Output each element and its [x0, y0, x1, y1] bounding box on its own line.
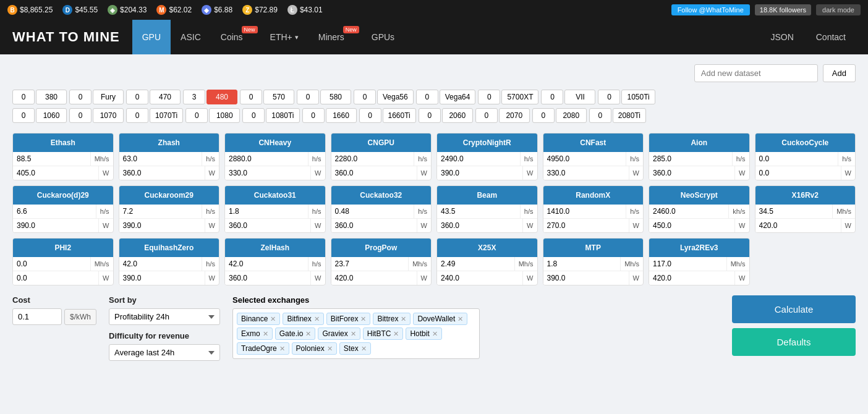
algo-power-input[interactable]: [649, 271, 735, 285]
algo-hashrate-input[interactable]: [119, 152, 203, 166]
exchange-remove-button[interactable]: ✕: [305, 330, 311, 338]
algo-hashrate-input[interactable]: [13, 205, 96, 218]
algo-hashrate-input[interactable]: [225, 205, 308, 218]
gpu-count-input[interactable]: [359, 108, 381, 123]
gpu-count-input[interactable]: [598, 90, 620, 104]
algo-power-input[interactable]: [13, 271, 99, 285]
gpu-count-input[interactable]: [416, 90, 438, 104]
gpu-count-input[interactable]: [419, 108, 441, 123]
algo-hashrate-input[interactable]: [331, 152, 415, 166]
nav-asic[interactable]: ASIC: [171, 20, 211, 54]
algo-hashrate-input[interactable]: [119, 205, 203, 218]
algo-hashrate-input[interactable]: [543, 205, 627, 218]
nav-coins[interactable]: Coins New: [211, 20, 260, 54]
gpu-count-input[interactable]: [183, 90, 205, 104]
algo-hashrate-input[interactable]: [437, 205, 521, 218]
gpu-count-input[interactable]: [126, 90, 148, 104]
algo-power-input[interactable]: [755, 166, 841, 180]
algo-hashrate-input[interactable]: [331, 257, 409, 271]
exchange-remove-button[interactable]: ✕: [361, 345, 367, 353]
algo-header[interactable]: CuckooCycle: [755, 133, 856, 152]
algo-hashrate-input[interactable]: [225, 152, 308, 166]
add-dataset-button[interactable]: Add: [823, 64, 856, 82]
gpu-count-input[interactable]: [541, 90, 563, 104]
gpu-count-input[interactable]: [240, 90, 262, 104]
gpu-count-input[interactable]: [297, 90, 319, 104]
algo-hashrate-input[interactable]: [437, 152, 521, 166]
algo-hashrate-input[interactable]: [331, 205, 415, 218]
exchange-remove-button[interactable]: ✕: [393, 330, 399, 338]
nav-miners[interactable]: Miners New: [308, 20, 362, 54]
algo-header[interactable]: CryptoNightR: [437, 133, 537, 152]
algo-header[interactable]: X16Rv2: [755, 186, 856, 205]
algo-hashrate-input[interactable]: [755, 205, 833, 218]
algo-hashrate-input[interactable]: [649, 205, 729, 218]
defaults-button[interactable]: Defaults: [732, 328, 856, 356]
algo-header[interactable]: Ethash: [13, 133, 113, 152]
algo-power-input[interactable]: [755, 219, 841, 232]
algo-power-input[interactable]: [119, 166, 205, 180]
cost-input[interactable]: [12, 308, 62, 325]
gpu-count-input[interactable]: [12, 90, 35, 104]
algo-power-input[interactable]: [13, 219, 99, 232]
algo-header[interactable]: Beam: [437, 186, 537, 205]
algo-power-input[interactable]: [649, 166, 735, 180]
algo-header[interactable]: Cuckaroo(d)29: [13, 186, 113, 205]
dataset-input[interactable]: [694, 64, 818, 82]
gpu-count-input[interactable]: [532, 108, 555, 123]
algo-power-input[interactable]: [543, 219, 629, 232]
algo-power-input[interactable]: [225, 166, 311, 180]
exchange-remove-button[interactable]: ✕: [263, 330, 268, 338]
gpu-count-input[interactable]: [354, 90, 376, 104]
algo-hashrate-input[interactable]: [543, 257, 621, 271]
algo-power-input[interactable]: [331, 219, 417, 232]
algo-header[interactable]: NeoScrypt: [649, 186, 749, 205]
algo-header[interactable]: MTP: [543, 239, 644, 257]
algo-hashrate-input[interactable]: [119, 257, 203, 271]
algo-header[interactable]: ProgPow: [331, 239, 432, 257]
darkmode-button[interactable]: dark mode: [816, 4, 861, 15]
nav-json[interactable]: JSON: [760, 20, 803, 54]
algo-power-input[interactable]: [437, 166, 523, 180]
algo-header[interactable]: PHI2: [13, 239, 113, 257]
algo-hashrate-input[interactable]: [755, 152, 839, 166]
algo-hashrate-input[interactable]: [543, 152, 627, 166]
algo-power-input[interactable]: [13, 166, 99, 180]
algo-header[interactable]: Cuckaroom29: [119, 186, 219, 205]
gpu-count-input[interactable]: [242, 108, 265, 123]
gpu-count-input[interactable]: [475, 108, 498, 123]
algo-header[interactable]: RandomX: [543, 186, 644, 205]
algo-power-input[interactable]: [649, 219, 735, 232]
algo-power-input[interactable]: [225, 219, 311, 232]
gpu-count-input[interactable]: [185, 108, 208, 123]
algo-power-input[interactable]: [437, 219, 523, 232]
algo-header[interactable]: EquihashZero: [119, 239, 219, 257]
algo-hashrate-input[interactable]: [437, 257, 515, 271]
nav-eth-plus[interactable]: ETH+ ▾: [260, 20, 308, 54]
gpu-count-input[interactable]: [126, 108, 148, 123]
algo-header[interactable]: CNGPU: [331, 133, 432, 152]
algo-header[interactable]: Zhash: [119, 133, 219, 152]
nav-contact[interactable]: Contact: [806, 20, 856, 54]
algo-hashrate-input[interactable]: [225, 257, 308, 271]
gpu-count-input[interactable]: [69, 108, 91, 123]
nav-gpus[interactable]: GPUs: [362, 20, 404, 54]
algo-header[interactable]: CNHeavy: [225, 133, 325, 152]
sortby-select[interactable]: Profitability 24hProfitability 1hRevenue…: [109, 308, 220, 325]
calculate-button[interactable]: Calculate: [732, 295, 856, 323]
algo-hashrate-input[interactable]: [13, 152, 91, 166]
exchange-remove-button[interactable]: ✕: [279, 345, 285, 353]
algo-power-input[interactable]: [119, 271, 205, 285]
exchange-remove-button[interactable]: ✕: [314, 315, 320, 323]
gpu-count-input[interactable]: [589, 108, 611, 123]
algo-header[interactable]: Aion: [649, 133, 749, 152]
gpu-count-input[interactable]: [478, 90, 500, 104]
algo-power-input[interactable]: [119, 219, 205, 232]
exchange-remove-button[interactable]: ✕: [457, 315, 463, 323]
algo-power-input[interactable]: [543, 271, 629, 285]
algo-power-input[interactable]: [543, 166, 629, 180]
gpu-count-input[interactable]: [12, 108, 35, 123]
algo-hashrate-input[interactable]: [13, 257, 91, 271]
gpu-count-input[interactable]: [69, 90, 91, 104]
algo-header[interactable]: X25X: [437, 239, 537, 257]
